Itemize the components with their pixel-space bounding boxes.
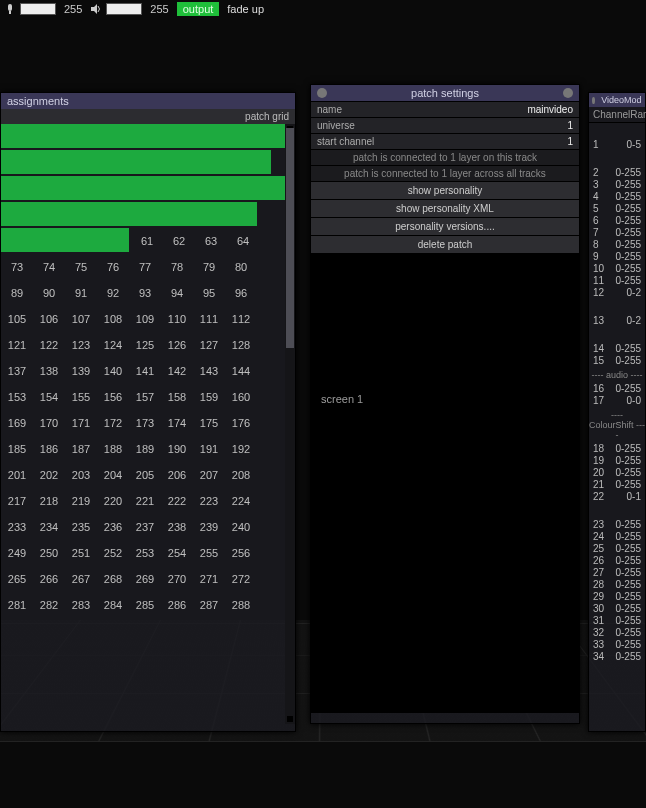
channel-header[interactable]: VideoModule v0; 60 ch (589, 93, 645, 107)
grid-cell[interactable]: 224 (225, 495, 257, 507)
channel-row[interactable]: 180-255 (589, 443, 645, 455)
grid-cell[interactable]: 61 (131, 235, 163, 247)
channel-row[interactable]: 170-0 (589, 395, 645, 407)
grid-cell[interactable]: 142 (161, 365, 193, 377)
grid-scrollbar[interactable] (285, 124, 295, 724)
grid-cell[interactable]: 144 (225, 365, 257, 377)
channel-row[interactable]: 20-255 (589, 167, 645, 179)
grid-cell[interactable]: 285 (129, 599, 161, 611)
grid-cell[interactable]: 205 (129, 469, 161, 481)
patch-bar[interactable] (1, 150, 271, 174)
grid-cell[interactable]: 188 (97, 443, 129, 455)
grid-cell[interactable]: 288 (225, 599, 257, 611)
channel-row[interactable]: 340-255 (589, 651, 645, 663)
collapse-icon[interactable] (563, 88, 573, 98)
grid-cell[interactable]: 185 (1, 443, 33, 455)
grid-cell[interactable]: 234 (33, 521, 65, 533)
scroll-thumb[interactable] (286, 128, 294, 348)
close-icon[interactable] (592, 97, 595, 104)
grid-cell[interactable]: 105 (1, 313, 33, 325)
grid-cell[interactable]: 202 (33, 469, 65, 481)
close-icon[interactable] (317, 88, 327, 98)
volume-slider-2[interactable] (106, 3, 142, 15)
channel-row[interactable]: 90-255 (589, 251, 645, 263)
channel-row[interactable]: 230-255 (589, 519, 645, 531)
grid-cell[interactable]: 159 (193, 391, 225, 403)
channel-row[interactable]: 310-255 (589, 615, 645, 627)
grid-cell[interactable]: 108 (97, 313, 129, 325)
grid-cell[interactable]: 109 (129, 313, 161, 325)
grid-cell[interactable]: 217 (1, 495, 33, 507)
grid-cell[interactable]: 203 (65, 469, 97, 481)
grid-cell[interactable]: 256 (225, 547, 257, 559)
grid-cell[interactable]: 268 (97, 573, 129, 585)
grid-cell[interactable]: 64 (227, 235, 259, 247)
grid-cell[interactable]: 206 (161, 469, 193, 481)
grid-cell[interactable]: 235 (65, 521, 97, 533)
grid-cell[interactable]: 128 (225, 339, 257, 351)
grid-cell[interactable]: 170 (33, 417, 65, 429)
personality-versions-button[interactable]: personality versions.... (311, 217, 579, 235)
grid-cell[interactable]: 91 (65, 287, 97, 299)
assignments-header[interactable]: assignments (1, 93, 295, 109)
grid-cell[interactable]: 222 (161, 495, 193, 507)
grid-cell[interactable]: 172 (97, 417, 129, 429)
grid-cell[interactable]: 270 (161, 573, 193, 585)
grid-cell[interactable]: 253 (129, 547, 161, 559)
channel-row[interactable]: 190-255 (589, 455, 645, 467)
grid-cell[interactable]: 169 (1, 417, 33, 429)
channel-row[interactable]: 80-255 (589, 239, 645, 251)
grid-cell[interactable]: 191 (193, 443, 225, 455)
grid-cell[interactable]: 124 (97, 339, 129, 351)
grid-cell[interactable]: 176 (225, 417, 257, 429)
grid-cell[interactable]: 271 (193, 573, 225, 585)
grid-cell[interactable]: 173 (129, 417, 161, 429)
channel-row[interactable]: 220-1 (589, 491, 645, 503)
field-start-channel[interactable]: start channel 1 (311, 133, 579, 149)
channel-row[interactable]: 240-255 (589, 531, 645, 543)
grid-cell[interactable]: 286 (161, 599, 193, 611)
channel-row[interactable]: 300-255 (589, 603, 645, 615)
grid-cell[interactable]: 207 (193, 469, 225, 481)
grid-cell[interactable]: 93 (129, 287, 161, 299)
grid-cell[interactable]: 220 (97, 495, 129, 507)
grid-cell[interactable]: 249 (1, 547, 33, 559)
grid-cell[interactable]: 208 (225, 469, 257, 481)
grid-cell[interactable]: 111 (193, 313, 225, 325)
grid-cell[interactable]: 126 (161, 339, 193, 351)
grid-cell[interactable]: 107 (65, 313, 97, 325)
grid-cell[interactable]: 187 (65, 443, 97, 455)
grid-cell[interactable]: 237 (129, 521, 161, 533)
grid-cell[interactable]: 282 (33, 599, 65, 611)
grid-cell[interactable]: 250 (33, 547, 65, 559)
grid-cell[interactable]: 112 (225, 313, 257, 325)
grid-cell[interactable]: 189 (129, 443, 161, 455)
show-personality-xml-button[interactable]: show personality XML (311, 199, 579, 217)
grid-cell[interactable]: 127 (193, 339, 225, 351)
channel-row[interactable]: 130-2 (589, 315, 645, 327)
field-universe[interactable]: universe 1 (311, 117, 579, 133)
channel-row[interactable]: 150-255 (589, 355, 645, 367)
grid-cell[interactable]: 63 (195, 235, 227, 247)
grid-cell[interactable]: 95 (193, 287, 225, 299)
grid-cell[interactable]: 155 (65, 391, 97, 403)
grid-cell[interactable]: 79 (193, 261, 225, 273)
grid-cell[interactable]: 121 (1, 339, 33, 351)
output-button[interactable]: output (177, 2, 220, 16)
grid-cell[interactable]: 192 (225, 443, 257, 455)
channel-row[interactable]: 250-255 (589, 543, 645, 555)
grid-cell[interactable]: 139 (65, 365, 97, 377)
grid-cell[interactable]: 238 (161, 521, 193, 533)
channel-row[interactable]: 10-5 (589, 139, 645, 151)
grid-cell[interactable]: 92 (97, 287, 129, 299)
grid-cell[interactable]: 287 (193, 599, 225, 611)
grid-cell[interactable]: 190 (161, 443, 193, 455)
channel-row[interactable]: 120-2 (589, 287, 645, 299)
channel-row[interactable]: 280-255 (589, 579, 645, 591)
channel-row[interactable]: 60-255 (589, 215, 645, 227)
grid-cell[interactable]: 255 (193, 547, 225, 559)
grid-cell[interactable]: 76 (97, 261, 129, 273)
grid-cell[interactable]: 171 (65, 417, 97, 429)
grid-cell[interactable]: 233 (1, 521, 33, 533)
grid-cell[interactable]: 74 (33, 261, 65, 273)
